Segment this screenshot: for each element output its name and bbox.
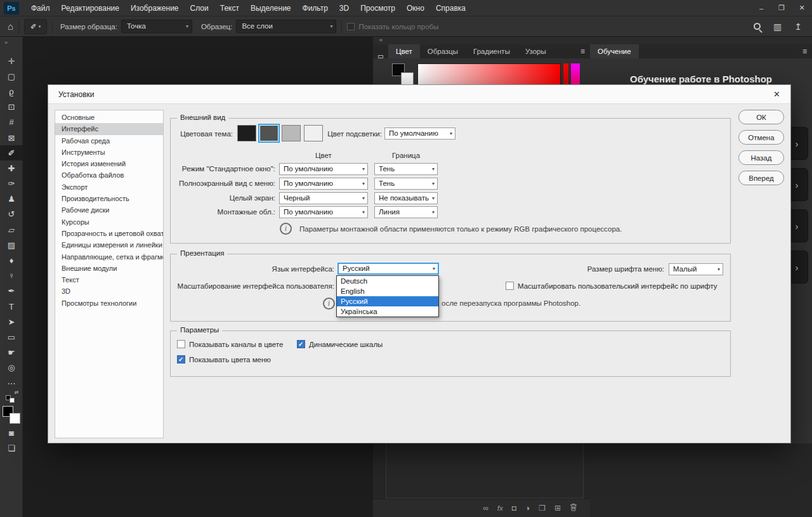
layer-mask-icon[interactable]: ◘ [512, 504, 516, 513]
panel-menu-icon[interactable]: ≡ [580, 44, 585, 58]
gradient-tool[interactable]: ▨ [0, 237, 23, 252]
menu-item[interactable]: Выделение [245, 0, 297, 16]
menu-item[interactable]: Окно [401, 0, 430, 16]
eyedropper-tool[interactable]: ✐ [0, 145, 23, 160]
color-dropdown[interactable]: По умолчанию [279, 178, 368, 190]
hand-tool[interactable]: ☛ [0, 345, 23, 360]
clone-stamp-tool[interactable]: ♟ [0, 192, 23, 207]
panel-menu-icon[interactable]: ≡ [802, 44, 807, 58]
menu-font-size-dropdown[interactable]: Малый [669, 263, 723, 275]
color-dropdown[interactable]: По умолчанию [279, 206, 368, 218]
theme-swatch-dark[interactable] [259, 125, 278, 141]
sample-size-dropdown[interactable]: Точка [121, 20, 192, 33]
menu-item[interactable]: Текст [214, 0, 245, 16]
sidebar-item[interactable]: Текст [55, 274, 163, 285]
dialog-titlebar[interactable]: Установки ✕ [48, 85, 790, 104]
quick-mask-button[interactable]: ◙ [0, 425, 23, 440]
border-dropdown[interactable]: Не показывать [374, 192, 438, 204]
sample-dropdown[interactable]: Все слои [236, 20, 336, 33]
sidebar-item[interactable]: Обработка файлов [55, 169, 163, 181]
menu-item[interactable]: Файл [25, 0, 56, 16]
sidebar-item[interactable]: Направляющие, сетка и фрагменты [55, 251, 163, 263]
option-checkbox[interactable]: Показывать цвета меню [177, 355, 621, 364]
trash-icon[interactable] [570, 503, 577, 513]
link-layers-icon[interactable]: ∞ [483, 504, 489, 513]
sidebar-item[interactable]: Рабочая среда [55, 135, 163, 147]
sidebar-item[interactable]: Прозрачность и цветовой охват [55, 228, 163, 239]
dialog-button[interactable]: Вперед [738, 171, 784, 185]
rectangular-marquee-tool[interactable]: ▢ [0, 69, 23, 84]
eraser-tool[interactable]: ▱ [0, 222, 23, 237]
menu-item[interactable]: Фильтр [297, 0, 334, 16]
layer-group-icon[interactable]: ❒ [539, 504, 546, 513]
default-colors-widget[interactable]: ⇄ [6, 393, 17, 402]
close-window-icon[interactable]: ✕ [792, 0, 812, 16]
type-tool[interactable]: T [0, 299, 23, 314]
highlight-color-dropdown[interactable]: По умолчанию [384, 128, 455, 140]
sidebar-item[interactable]: Экспорт [55, 181, 163, 193]
tab-color[interactable]: Цвет [388, 44, 420, 58]
sidebar-item[interactable]: Единицы измерения и линейки [55, 239, 163, 251]
screen-mode-button[interactable]: ❏ [0, 440, 23, 455]
tab-patterns[interactable]: Узоры [518, 44, 554, 58]
object-selection-tool[interactable]: ⊡ [0, 100, 23, 115]
sidebar-item[interactable]: 3D [55, 285, 163, 297]
menu-item[interactable]: Редактирование [56, 0, 125, 16]
minimize-icon[interactable]: – [751, 0, 771, 16]
maximize-icon[interactable]: ❐ [771, 0, 792, 16]
sidebar-item[interactable]: Интерфейс [55, 123, 163, 134]
dodge-tool[interactable]: ♀ [0, 268, 23, 284]
tab-learn[interactable]: Обучение [590, 44, 639, 58]
history-brush-tool[interactable]: ↺ [0, 207, 23, 222]
sidebar-item[interactable]: История изменений [55, 158, 163, 169]
swap-colors-icon[interactable]: ⇄ [15, 389, 19, 395]
color-dropdown[interactable]: Черный [279, 192, 368, 204]
sidebar-item[interactable]: Внешние модули [55, 263, 163, 274]
option-checkbox[interactable]: Динамические шкалы [297, 339, 487, 349]
scale-ui-checkbox[interactable]: Масштабировать пользовательский интерфей… [506, 281, 717, 291]
rectangle-tool[interactable]: ▭ [0, 329, 23, 344]
language-option[interactable]: English [337, 286, 438, 296]
option-checkbox[interactable]: Показывать каналы в цвете [177, 339, 297, 349]
sidebar-item[interactable]: Производительность [55, 193, 163, 204]
menu-item[interactable]: 3D [334, 0, 355, 16]
language-option[interactable]: Русский [337, 296, 438, 306]
dialog-button[interactable]: Назад [738, 150, 784, 165]
menu-item[interactable]: Изображение [125, 0, 185, 16]
language-option[interactable]: Deutsch [337, 276, 438, 286]
new-layer-icon[interactable]: ⊞ [554, 504, 561, 513]
tab-gradients[interactable]: Градиенты [466, 44, 518, 58]
border-dropdown[interactable]: Тень [374, 163, 438, 175]
background-color-swatch[interactable] [10, 413, 20, 424]
layer-effects-icon[interactable]: fx [497, 504, 503, 512]
close-icon[interactable]: ✕ [773, 89, 780, 99]
adjustment-layer-icon[interactable]: ◑ [525, 504, 530, 513]
lasso-tool[interactable]: ϱ [0, 84, 23, 99]
language-option[interactable]: Українська [337, 306, 438, 317]
expand-toolbar-icon[interactable]: » [0, 37, 22, 53]
brush-tool[interactable]: ✑ [0, 176, 23, 192]
healing-brush-tool[interactable]: ✚ [0, 160, 23, 176]
color-dropdown[interactable]: По умолчанию [279, 163, 368, 175]
share-icon[interactable]: ↥ [794, 22, 802, 32]
border-dropdown[interactable]: Линия [374, 206, 438, 218]
theme-swatch-light[interactable] [282, 125, 301, 141]
menu-item[interactable]: Просмотр [355, 0, 401, 16]
dialog-button[interactable]: ОК [738, 110, 784, 124]
home-icon[interactable]: ⌂ [8, 21, 13, 32]
edit-toolbar-button[interactable]: ⋯ [0, 376, 23, 391]
border-dropdown[interactable]: Тень [374, 178, 438, 190]
pen-tool[interactable]: ✒ [0, 284, 23, 299]
sidebar-item[interactable]: Просмотры технологии [55, 298, 163, 309]
frame-tool[interactable]: ⊠ [0, 130, 23, 145]
menu-item[interactable]: Слои [185, 0, 214, 16]
workspace-icon[interactable]: ▥ [773, 22, 782, 32]
move-tool[interactable]: ✛ [0, 53, 23, 69]
current-tool-button[interactable]: ✐ ▾ [24, 19, 47, 34]
sidebar-item[interactable]: Основные [55, 112, 163, 123]
sidebar-item[interactable]: Инструменты [55, 147, 163, 158]
sidebar-item[interactable]: Рабочие диски [55, 204, 163, 216]
collapse-panels-icon[interactable]: « [373, 37, 590, 44]
ui-language-dropdown[interactable]: Русский [337, 263, 439, 275]
tab-swatches[interactable]: Образцы [420, 44, 466, 58]
